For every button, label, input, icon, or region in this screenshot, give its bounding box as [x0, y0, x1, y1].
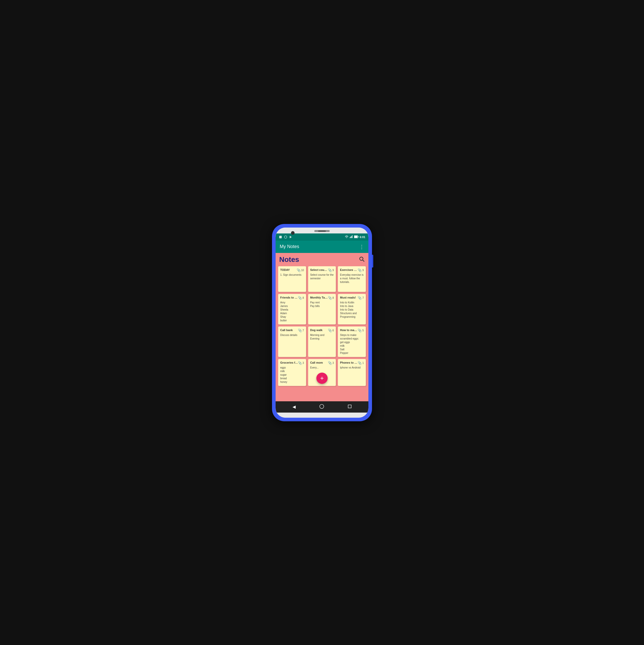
- note-card[interactable]: Exercises to ... 📎 9 Everyday exercise i…: [338, 266, 366, 292]
- svg-rect-3: [350, 237, 350, 238]
- notes-grid: TODAY 📎 10 1. Sign documents Select cour…: [278, 266, 366, 386]
- note-body: Steps to make scrambled eggs:get eggsmil…: [340, 334, 364, 355]
- paperclip-icon: 📎: [328, 361, 332, 365]
- circle-icon: [284, 235, 287, 239]
- note-card[interactable]: Call bank 📎 7 Discuss details: [278, 327, 306, 357]
- bottom-navigation: ◀: [276, 401, 368, 413]
- back-button[interactable]: ◀: [293, 404, 296, 409]
- phone-device: 6:01 My Notes ⋮ Notes TODAY: [272, 224, 372, 421]
- paperclip-icon: 📎: [298, 361, 302, 365]
- note-badge: 📎 3: [328, 361, 334, 365]
- note-title: Dog walk: [310, 329, 323, 332]
- home-button[interactable]: [319, 404, 324, 410]
- note-body: Iphone vs Android: [340, 366, 364, 370]
- svg-marker-2: [290, 236, 292, 238]
- search-button[interactable]: [359, 256, 365, 263]
- note-badge: 📎 7: [358, 296, 364, 300]
- paperclip-icon: 📎: [328, 268, 332, 272]
- note-count: 5: [362, 329, 364, 332]
- paperclip-icon: 📎: [328, 296, 332, 300]
- note-card-header: Friends to In... 📎 8: [280, 296, 304, 300]
- svg-point-12: [320, 404, 324, 409]
- note-badge: 📎 10: [297, 268, 304, 272]
- note-count: 7: [362, 296, 364, 299]
- play-icon: [289, 235, 293, 239]
- note-card-header: Monthly Tasks 📎 8: [310, 296, 334, 300]
- paperclip-icon: 📎: [297, 268, 301, 272]
- note-title: Call bank: [280, 329, 293, 332]
- note-card-header: Call bank 📎 7: [280, 329, 304, 333]
- note-card[interactable]: TODAY 📎 10 1. Sign documents: [278, 266, 306, 292]
- note-card[interactable]: Monthly Tasks 📎 8 Pay rentPay bills: [308, 294, 336, 325]
- paperclip-icon: 📎: [358, 296, 362, 300]
- wifi-icon: [345, 235, 348, 239]
- note-count: 7: [303, 329, 304, 332]
- note-card-header: How to make... 📎 5: [340, 329, 364, 333]
- svg-rect-9: [354, 236, 357, 238]
- notes-header: Notes: [278, 255, 366, 264]
- note-card[interactable]: Groceries for... 📎 3 eggsmilksugarbreadh…: [278, 359, 306, 386]
- note-badge: 📎 9: [328, 268, 334, 272]
- note-card[interactable]: Phones to buy 📎 1 Iphone vs Android: [338, 359, 366, 386]
- note-badge: 📎 9: [358, 268, 364, 272]
- screen: 6:01 My Notes ⋮ Notes TODAY: [276, 233, 368, 413]
- paperclip-icon: 📎: [298, 296, 302, 300]
- note-count: 9: [332, 269, 334, 272]
- note-body: Into to KotlinInto to JavaInto to Data S…: [340, 301, 364, 319]
- svg-rect-5: [351, 236, 352, 238]
- earpiece: [318, 230, 326, 232]
- paperclip-icon: 📎: [358, 329, 362, 333]
- note-title: Phones to buy: [340, 361, 358, 364]
- note-title: Call mom: [310, 361, 323, 364]
- note-badge: 📎 3: [298, 361, 304, 365]
- status-icons-right: 6:01: [345, 235, 365, 239]
- note-count: 9: [362, 269, 364, 272]
- paperclip-icon: 📎: [328, 329, 332, 333]
- note-title: Friends to In...: [280, 296, 298, 299]
- note-card-header: Call mom 📎 3: [310, 361, 334, 365]
- note-body: 1. Sign documents: [280, 273, 304, 277]
- note-title: Groceries for...: [280, 361, 298, 364]
- note-title: TODAY: [280, 268, 290, 271]
- note-title: How to make...: [340, 329, 358, 332]
- note-card-header: Groceries for... 📎 3: [280, 361, 304, 365]
- note-count: 10: [301, 269, 304, 272]
- paperclip-icon: 📎: [358, 268, 362, 272]
- note-badge: 📎 5: [358, 329, 364, 333]
- note-card[interactable]: Must reads! 📎 7 Into to KotlinInto to Ja…: [338, 294, 366, 325]
- note-card-header: Exercises to ... 📎 9: [340, 268, 364, 272]
- note-badge: 📎 1: [358, 361, 364, 365]
- add-note-fab[interactable]: +: [316, 373, 328, 384]
- paperclip-icon: 📎: [298, 329, 302, 333]
- svg-rect-0: [279, 236, 282, 238]
- svg-point-1: [284, 236, 287, 238]
- svg-rect-8: [358, 236, 358, 237]
- svg-rect-13: [348, 405, 351, 408]
- note-card[interactable]: Select course 📎 9 Select course for the …: [308, 266, 336, 292]
- note-card-header: Must reads! 📎 7: [340, 296, 364, 300]
- app-title: My Notes: [280, 244, 299, 249]
- status-bar: 6:01: [276, 233, 368, 241]
- sim-icon: [279, 235, 282, 239]
- phone-top-bar: [276, 228, 368, 233]
- page-title: Notes: [279, 255, 299, 264]
- note-card[interactable]: Friends to In... 📎 8 AmyJamesSheelaAdamS…: [278, 294, 306, 325]
- note-count: 1: [362, 362, 364, 364]
- note-body: Morning and Evening: [310, 334, 334, 341]
- note-card[interactable]: Dog walk 📎 6 Morning and Evening: [308, 327, 336, 357]
- paperclip-icon: 📎: [358, 361, 362, 365]
- status-icons-left: [279, 235, 293, 239]
- overflow-menu-button[interactable]: ⋮: [359, 244, 364, 250]
- note-title: Select course: [310, 268, 328, 271]
- note-card[interactable]: How to make... 📎 5 Steps to make scrambl…: [338, 327, 366, 357]
- note-count: 3: [303, 362, 304, 364]
- svg-rect-6: [352, 235, 352, 238]
- signal-icon: [349, 235, 353, 239]
- camera-icon: [291, 231, 295, 235]
- note-body: eggsmilksugarbreadhoney: [280, 366, 304, 384]
- note-count: 8: [303, 296, 304, 299]
- recents-button[interactable]: [348, 405, 351, 409]
- notes-area: Notes TODAY 📎 10 1. Sign documents Selec…: [276, 253, 368, 401]
- note-body: Pay rentPay bills: [310, 301, 334, 308]
- phone-screen-container: 6:01 My Notes ⋮ Notes TODAY: [276, 228, 368, 418]
